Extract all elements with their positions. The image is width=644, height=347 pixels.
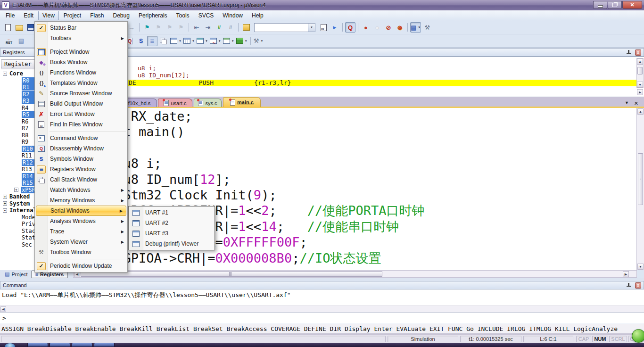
view-menu-item-toolbox-window[interactable]: Toolbox Window <box>35 247 127 257</box>
editor-vertical-scrollbar[interactable]: ▲ ▼ <box>636 108 644 270</box>
view-menu-item-call-stack-window[interactable]: Call Stack Window <box>35 174 127 185</box>
menu-edit[interactable]: Edit <box>19 11 38 20</box>
clear-bookmarks-icon[interactable] <box>176 22 186 33</box>
menu-flash[interactable]: Flash <box>86 11 108 20</box>
view-menu-item-serial-windows[interactable]: Serial Windows▶ <box>36 206 126 216</box>
symbols-window-icon[interactable] <box>136 36 146 46</box>
scroll-down-icon[interactable]: ▼ <box>637 82 643 88</box>
view-menu-item-books-window[interactable]: Books Window <box>35 57 127 67</box>
open-file-icon[interactable] <box>14 22 25 33</box>
pin-icon[interactable] <box>627 50 631 55</box>
peripherals-icon[interactable]: ▼ <box>236 36 248 46</box>
configure-flash-icon[interactable] <box>241 22 251 33</box>
taskbar-app-button[interactable] <box>50 343 70 347</box>
view-menu-item-toolbars[interactable]: Toolbars▶ <box>35 33 127 43</box>
taskbar-app-button[interactable] <box>27 343 48 347</box>
toolbox-icon[interactable]: ▼ <box>253 36 264 46</box>
menu-window[interactable]: Window <box>218 11 247 20</box>
prev-bookmark-icon[interactable] <box>153 22 164 33</box>
chevron-down-icon[interactable]: ▼ <box>179 40 182 42</box>
view-menu-item-periodic-window-update[interactable]: Periodic Window Update <box>35 261 127 271</box>
dock-tab-project[interactable]: ▤Project <box>1 271 31 278</box>
expand-icon[interactable]: + <box>3 195 7 199</box>
scroll-up-icon[interactable]: ▲ <box>637 58 643 65</box>
collapse-icon[interactable]: - <box>3 208 7 213</box>
chevron-down-icon[interactable]: ▼ <box>205 40 208 42</box>
chevron-down-icon[interactable]: ▼ <box>192 40 195 42</box>
new-file-icon[interactable] <box>3 22 13 33</box>
menu-debug[interactable]: Debug <box>109 11 134 20</box>
menu-tools[interactable]: Tools <box>172 11 194 20</box>
restore-button[interactable] <box>608 1 622 9</box>
disable-breakpoints-icon[interactable] <box>383 22 394 33</box>
serial-submenu-item-uart-1[interactable]: UART #1 <box>129 207 215 218</box>
debug-session-icon[interactable] <box>345 22 355 33</box>
close-pane-icon[interactable]: x <box>635 50 641 56</box>
callstack-window-icon[interactable] <box>158 36 169 46</box>
command-scrollbar[interactable]: ◀ <box>0 306 644 313</box>
watch-windows-icon[interactable]: ▼ <box>170 36 182 46</box>
taskbar-app-button[interactable] <box>72 343 92 347</box>
wrench-icon[interactable] <box>422 22 432 33</box>
serial-submenu-item-uart-2[interactable]: UART #2 <box>129 218 215 228</box>
view-menu-item-find-in-files-window[interactable]: Find In Files Window <box>35 119 127 130</box>
menu-svcs[interactable]: SVCS <box>194 11 218 20</box>
serial-submenu-item-uart-3[interactable]: UART #3 <box>129 228 215 239</box>
search-combobox[interactable]: ▼ <box>254 23 315 32</box>
view-menu-item-memory-windows[interactable]: Memory Windows▶ <box>35 195 127 206</box>
menu-file[interactable]: File <box>1 11 19 20</box>
view-menu-item-build-output-window[interactable]: Build Output Window <box>35 99 127 109</box>
chevron-down-icon[interactable]: ▼ <box>418 26 421 29</box>
registers-window-icon[interactable] <box>147 36 157 46</box>
menu-peripherals[interactable]: Peripherals <box>134 11 172 20</box>
view-menu-item-symbols-window[interactable]: Symbols Window <box>35 154 127 164</box>
view-menu-item-watch-windows[interactable]: Watch Windows▶ <box>35 185 127 195</box>
chevron-down-icon[interactable]: ▼ <box>231 40 234 42</box>
next-bookmark-icon[interactable] <box>165 22 175 33</box>
view-menu-item-system-viewer[interactable]: System Viewer▶ <box>35 237 127 247</box>
disassembly-scrollbar[interactable]: ▲ ▼ <box>636 58 644 88</box>
expand-icon[interactable]: + <box>3 201 7 206</box>
tab-list-dropdown-icon[interactable]: ▼ <box>625 100 629 105</box>
insert-bookmark-icon[interactable] <box>142 22 152 33</box>
reset-icon[interactable]: RST <box>3 36 15 46</box>
project-window-icon[interactable]: ▼ <box>410 22 421 33</box>
view-menu-item-templates-window[interactable]: Templates Window <box>35 78 127 88</box>
editor-tab-sys-c[interactable]: sys.c <box>194 99 222 107</box>
breakpoint-off-icon[interactable] <box>372 22 382 33</box>
incremental-find-icon[interactable] <box>330 22 340 33</box>
menu-view[interactable]: View <box>38 11 59 20</box>
view-menu-item-command-window[interactable]: Command Window <box>35 133 127 143</box>
editor-tab-usart-c[interactable]: usart.c <box>158 99 192 107</box>
uncomment-icon[interactable] <box>225 22 236 33</box>
collapse-icon[interactable]: - <box>3 72 7 76</box>
scroll-right-icon[interactable]: ▶ <box>637 89 643 95</box>
chevron-down-icon[interactable]: ▼ <box>260 40 263 42</box>
view-menu-item-registers-window[interactable]: Registers Window <box>35 164 127 174</box>
command-input[interactable]: > <box>0 313 644 323</box>
overlay-green-ball-icon[interactable] <box>632 329 644 343</box>
view-menu-item-project-window[interactable]: Project Window <box>35 47 127 57</box>
unindent-icon[interactable] <box>191 22 202 33</box>
view-menu-item-source-browser-window[interactable]: Source Browser Window <box>35 88 127 99</box>
kill-breakpoints-icon[interactable] <box>395 22 405 33</box>
editor-tab-main-c[interactable]: main.c <box>223 97 261 107</box>
view-menu-item-disassembly-window[interactable]: Disassembly Window <box>35 143 127 154</box>
chevron-down-icon[interactable]: ▼ <box>218 40 221 42</box>
chevron-down-icon[interactable]: ▼ <box>245 40 248 42</box>
scroll-left-icon[interactable]: ◀ <box>0 306 6 312</box>
view-menu-item-functions-window[interactable]: Functions Window <box>35 67 127 78</box>
find-in-files-icon[interactable] <box>318 22 329 33</box>
serial-windows-icon[interactable]: ▼ <box>196 36 208 46</box>
tab-close-icon[interactable]: ✕ <box>634 100 638 107</box>
view-menu-item-trace[interactable]: Trace▶ <box>35 226 127 237</box>
minimize-button[interactable] <box>593 1 607 9</box>
analysis-windows-icon[interactable]: ▼ <box>209 36 222 46</box>
pin-icon[interactable] <box>627 283 631 288</box>
menu-project[interactable]: Project <box>59 11 85 20</box>
breakpoint-icon[interactable] <box>361 22 371 33</box>
scroll-right-icon[interactable]: ▶ <box>623 271 629 277</box>
serial-submenu-item-debug-printf-viewer[interactable]: Debug (printf) Viewer <box>129 239 215 249</box>
memory-windows-icon[interactable]: ▼ <box>183 36 195 46</box>
close-pane-icon[interactable]: x <box>635 282 641 289</box>
